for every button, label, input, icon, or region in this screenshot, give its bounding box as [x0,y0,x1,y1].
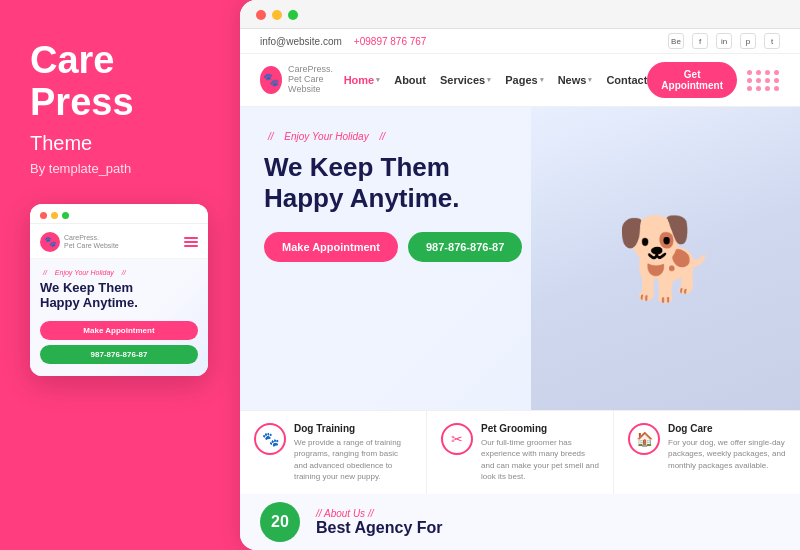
dog-care-desc: For your dog, we offer single-day packag… [668,437,786,471]
desktop-titlebar [240,0,800,29]
appointment-button[interactable]: Make Appointment [264,232,398,262]
dog-care-icon: 🏠 [628,423,660,455]
nav-item-home[interactable]: Home ▾ [344,74,381,86]
service-item-dog-care: 🏠 Dog Care For your dog, we offer single… [614,411,800,494]
service-dog-training-text: Dog Training We provide a range of train… [294,423,412,482]
topbar-left: info@website.com +09897 876 767 [260,36,426,47]
desktop-dot-yellow [272,10,282,20]
hero-dog-image: 🐕 [531,107,800,410]
desktop-dot-green [288,10,298,20]
desktop-dot-red [256,10,266,20]
dog-training-title: Dog Training [294,423,412,434]
chevron-down-icon: ▾ [376,76,380,84]
get-appointment-button[interactable]: Get Appointment [647,62,737,98]
bottom-title: Best Agency For [316,519,443,537]
topbar-social: Be f in p t [668,33,780,49]
nav-logo-icon: 🐾 [260,66,282,94]
website-topbar: info@website.com +09897 876 767 Be f in … [240,29,800,54]
mobile-mockup: 🐾 CarePress. Pet Care Website // Enjoy Y… [30,204,208,376]
behance-icon[interactable]: Be [668,33,684,49]
dog-training-icon: 🐾 [254,423,286,455]
mobile-dot-red [40,212,47,219]
hero-title: We Keep Them Happy Anytime. [264,152,524,214]
services-bar: 🐾 Dog Training We provide a range of tra… [240,410,800,494]
topbar-phone: +09897 876 767 [354,36,427,47]
nav-item-services[interactable]: Services ▾ [440,74,491,86]
pinterest-icon[interactable]: p [740,33,756,49]
chevron-down-icon: ▾ [487,76,491,84]
hero-buttons: Make Appointment 987-876-876-87 [264,232,524,262]
dots-decoration [747,70,780,91]
chevron-down-icon: ▾ [588,76,592,84]
twitter-icon[interactable]: t [764,33,780,49]
mobile-titlebar [30,204,208,224]
mobile-hamburger-icon[interactable] [184,237,198,247]
nav-item-about[interactable]: About [394,74,426,86]
nav-item-news[interactable]: News ▾ [558,74,593,86]
mobile-buttons: Make Appointment 987-876-876-87 [40,321,198,364]
mobile-tagline: // Enjoy Your Holiday // [40,269,198,276]
mobile-logo-text: CarePress. Pet Care Website [64,234,119,249]
hero-content: // Enjoy Your Holiday // We Keep Them Ha… [240,107,548,410]
service-dog-care-text: Dog Care For your dog, we offer single-d… [668,423,786,471]
brand-subtitle: Theme [30,132,92,155]
linkedin-icon[interactable]: in [716,33,732,49]
website-hero: // Enjoy Your Holiday // We Keep Them Ha… [240,107,800,410]
nav-menu: Home ▾ About Services ▾ Pages ▾ News ▾ C… [344,74,648,86]
nav-logo-text: CarePress. Pet Care Website [288,65,344,95]
chevron-down-icon: ▾ [540,76,544,84]
left-panel: Care Press Theme By template_path 🐾 Care… [0,0,240,550]
about-label: // About Us // [316,508,443,519]
brand-by: By template_path [30,161,131,176]
phone-button[interactable]: 987-876-876-87 [408,232,522,262]
mobile-logo-area: 🐾 CarePress. Pet Care Website [40,232,119,252]
mobile-header: 🐾 CarePress. Pet Care Website [30,224,208,259]
mobile-logo-icon: 🐾 [40,232,60,252]
dog-training-desc: We provide a range of training programs,… [294,437,412,482]
website-navbar: 🐾 CarePress. Pet Care Website Home ▾ Abo… [240,54,800,107]
topbar-email: info@website.com [260,36,342,47]
mobile-hero: // Enjoy Your Holiday // We Keep Them Ha… [30,259,208,376]
nav-logo-area: 🐾 CarePress. Pet Care Website [260,65,344,95]
nav-item-pages[interactable]: Pages ▾ [505,74,543,86]
right-panel: info@website.com +09897 876 767 Be f in … [240,0,800,550]
about-number: 20 [260,502,300,542]
service-pet-grooming-text: Pet Grooming Our full-time groomer has e… [481,423,599,482]
mobile-hero-title: We Keep Them Happy Anytime. [40,280,198,311]
hero-tagline: // Enjoy Your Holiday // [264,131,524,142]
facebook-icon[interactable]: f [692,33,708,49]
mobile-phone-button[interactable]: 987-876-876-87 [40,345,198,364]
dog-care-title: Dog Care [668,423,786,434]
brand-title: Care Press [30,40,210,124]
pet-grooming-desc: Our full-time groomer has experience wit… [481,437,599,482]
nav-item-contact[interactable]: Contact [606,74,647,86]
service-item-dog-training: 🐾 Dog Training We provide a range of tra… [240,411,427,494]
pet-grooming-icon: ✂ [441,423,473,455]
dog-illustration: 🐕 [531,107,800,410]
mobile-dot-green [62,212,69,219]
mobile-appointment-button[interactable]: Make Appointment [40,321,198,340]
pet-grooming-title: Pet Grooming [481,423,599,434]
website-bottom: 20 // About Us // Best Agency For [240,494,800,550]
service-item-pet-grooming: ✂ Pet Grooming Our full-time groomer has… [427,411,614,494]
mobile-dot-yellow [51,212,58,219]
